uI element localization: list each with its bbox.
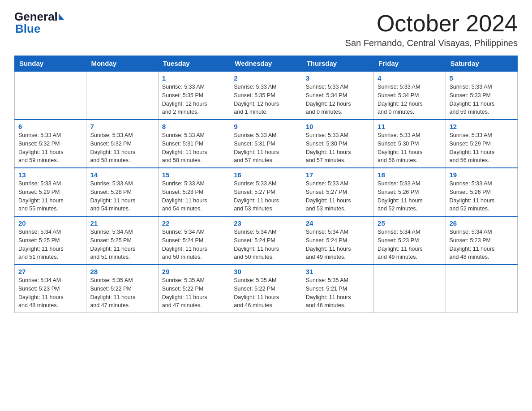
day-number: 20	[18, 219, 82, 227]
day-info: Sunrise: 5:33 AMSunset: 5:31 PMDaylight:…	[234, 131, 298, 165]
day-number: 2	[234, 74, 298, 82]
calendar-cell: 4Sunrise: 5:33 AMSunset: 5:34 PMDaylight…	[374, 71, 446, 120]
day-number: 31	[306, 268, 370, 275]
calendar-cell: 28Sunrise: 5:35 AMSunset: 5:22 PMDayligh…	[86, 265, 158, 313]
calendar-cell: 17Sunrise: 5:33 AMSunset: 5:27 PMDayligh…	[302, 168, 373, 216]
day-number: 9	[234, 123, 298, 130]
calendar-cell: 13Sunrise: 5:33 AMSunset: 5:29 PMDayligh…	[15, 168, 86, 216]
day-number: 26	[450, 219, 514, 227]
day-number: 30	[234, 268, 298, 275]
day-number: 27	[18, 268, 82, 275]
calendar-cell: 11Sunrise: 5:33 AMSunset: 5:30 PMDayligh…	[374, 120, 446, 168]
day-info: Sunrise: 5:33 AMSunset: 5:34 PMDaylight:…	[306, 83, 370, 116]
day-info: Sunrise: 5:33 AMSunset: 5:35 PMDaylight:…	[234, 83, 298, 116]
day-info: Sunrise: 5:34 AMSunset: 5:23 PMDaylight:…	[450, 228, 514, 261]
calendar-cell: 7Sunrise: 5:33 AMSunset: 5:32 PMDaylight…	[86, 120, 158, 168]
day-number: 18	[378, 171, 442, 179]
day-info: Sunrise: 5:35 AMSunset: 5:21 PMDaylight:…	[306, 276, 370, 310]
day-info: Sunrise: 5:33 AMSunset: 5:26 PMDaylight:…	[450, 180, 514, 213]
day-info: Sunrise: 5:34 AMSunset: 5:25 PMDaylight:…	[18, 228, 82, 261]
day-info: Sunrise: 5:33 AMSunset: 5:32 PMDaylight:…	[90, 131, 154, 165]
day-info: Sunrise: 5:33 AMSunset: 5:34 PMDaylight:…	[378, 83, 442, 116]
calendar-cell: 29Sunrise: 5:35 AMSunset: 5:22 PMDayligh…	[158, 265, 230, 313]
day-number: 1	[162, 74, 226, 82]
day-info: Sunrise: 5:33 AMSunset: 5:33 PMDaylight:…	[450, 83, 514, 116]
calendar-cell: 30Sunrise: 5:35 AMSunset: 5:22 PMDayligh…	[230, 265, 302, 313]
day-info: Sunrise: 5:33 AMSunset: 5:27 PMDaylight:…	[234, 180, 298, 213]
calendar-cell: 26Sunrise: 5:34 AMSunset: 5:23 PMDayligh…	[446, 216, 517, 265]
calendar-cell: 14Sunrise: 5:33 AMSunset: 5:28 PMDayligh…	[86, 168, 158, 216]
header-cell-monday: Monday	[86, 56, 158, 72]
logo-blue-text: Blue	[15, 22, 40, 35]
day-number: 4	[378, 74, 442, 82]
day-number: 15	[162, 171, 226, 179]
day-number: 11	[378, 123, 442, 130]
calendar-cell: 31Sunrise: 5:35 AMSunset: 5:21 PMDayligh…	[302, 265, 373, 313]
day-number: 16	[234, 171, 298, 179]
calendar-cell: 23Sunrise: 5:34 AMSunset: 5:24 PMDayligh…	[230, 216, 302, 265]
calendar-cell: 12Sunrise: 5:33 AMSunset: 5:29 PMDayligh…	[446, 120, 517, 168]
day-number: 22	[162, 219, 226, 227]
calendar-cell: 2Sunrise: 5:33 AMSunset: 5:35 PMDaylight…	[230, 71, 302, 120]
day-number: 8	[162, 123, 226, 130]
header-cell-wednesday: Wednesday	[230, 56, 302, 72]
calendar-cell: 18Sunrise: 5:33 AMSunset: 5:26 PMDayligh…	[374, 168, 446, 216]
logo-arrow-icon	[59, 13, 64, 20]
week-row-3: 13Sunrise: 5:33 AMSunset: 5:29 PMDayligh…	[15, 168, 518, 216]
day-info: Sunrise: 5:33 AMSunset: 5:27 PMDaylight:…	[306, 180, 370, 213]
day-number: 21	[90, 219, 154, 227]
day-number: 28	[90, 268, 154, 275]
header-cell-saturday: Saturday	[446, 56, 517, 72]
month-title: October 2024	[345, 11, 518, 36]
day-info: Sunrise: 5:34 AMSunset: 5:24 PMDaylight:…	[234, 228, 298, 261]
day-number: 6	[18, 123, 82, 130]
week-row-1: 1Sunrise: 5:33 AMSunset: 5:35 PMDaylight…	[15, 71, 518, 120]
day-number: 5	[450, 74, 514, 82]
day-number: 29	[162, 268, 226, 275]
header-cell-sunday: Sunday	[15, 56, 86, 72]
calendar-cell: 3Sunrise: 5:33 AMSunset: 5:34 PMDaylight…	[302, 71, 373, 120]
day-info: Sunrise: 5:33 AMSunset: 5:35 PMDaylight:…	[162, 83, 226, 116]
day-info: Sunrise: 5:34 AMSunset: 5:25 PMDaylight:…	[90, 228, 154, 261]
day-number: 3	[306, 74, 370, 82]
day-info: Sunrise: 5:35 AMSunset: 5:22 PMDaylight:…	[162, 276, 226, 310]
header-cell-friday: Friday	[374, 56, 446, 72]
day-number: 25	[378, 219, 442, 227]
calendar-cell: 27Sunrise: 5:34 AMSunset: 5:23 PMDayligh…	[15, 265, 86, 313]
day-number: 12	[450, 123, 514, 130]
calendar-cell: 1Sunrise: 5:33 AMSunset: 5:35 PMDaylight…	[158, 71, 230, 120]
calendar-cell: 10Sunrise: 5:33 AMSunset: 5:30 PMDayligh…	[302, 120, 373, 168]
day-info: Sunrise: 5:33 AMSunset: 5:28 PMDaylight:…	[90, 180, 154, 213]
day-info: Sunrise: 5:33 AMSunset: 5:30 PMDaylight:…	[378, 131, 442, 165]
calendar-cell	[446, 265, 517, 313]
calendar-cell: 15Sunrise: 5:33 AMSunset: 5:28 PMDayligh…	[158, 168, 230, 216]
calendar-table: SundayMondayTuesdayWednesdayThursdayFrid…	[14, 56, 518, 313]
week-row-4: 20Sunrise: 5:34 AMSunset: 5:25 PMDayligh…	[15, 216, 518, 265]
day-info: Sunrise: 5:33 AMSunset: 5:29 PMDaylight:…	[450, 131, 514, 165]
calendar-cell: 16Sunrise: 5:33 AMSunset: 5:27 PMDayligh…	[230, 168, 302, 216]
day-info: Sunrise: 5:33 AMSunset: 5:28 PMDaylight:…	[162, 180, 226, 213]
logo-general-text: General	[14, 11, 58, 22]
page-header: General Blue October 2024 San Fernando, …	[14, 11, 518, 48]
header-cell-tuesday: Tuesday	[158, 56, 230, 72]
calendar-cell: 9Sunrise: 5:33 AMSunset: 5:31 PMDaylight…	[230, 120, 302, 168]
day-info: Sunrise: 5:33 AMSunset: 5:30 PMDaylight:…	[306, 131, 370, 165]
day-info: Sunrise: 5:34 AMSunset: 5:23 PMDaylight:…	[378, 228, 442, 261]
calendar-cell	[15, 71, 86, 120]
day-info: Sunrise: 5:33 AMSunset: 5:31 PMDaylight:…	[162, 131, 226, 165]
day-info: Sunrise: 5:34 AMSunset: 5:23 PMDaylight:…	[18, 276, 82, 310]
calendar-cell	[86, 71, 158, 120]
calendar-cell: 19Sunrise: 5:33 AMSunset: 5:26 PMDayligh…	[446, 168, 517, 216]
calendar-cell: 6Sunrise: 5:33 AMSunset: 5:32 PMDaylight…	[15, 120, 86, 168]
calendar-cell	[374, 265, 446, 313]
calendar-cell: 21Sunrise: 5:34 AMSunset: 5:25 PMDayligh…	[86, 216, 158, 265]
calendar-cell: 5Sunrise: 5:33 AMSunset: 5:33 PMDaylight…	[446, 71, 517, 120]
day-number: 13	[18, 171, 82, 179]
logo: General Blue	[14, 11, 64, 35]
day-info: Sunrise: 5:33 AMSunset: 5:32 PMDaylight:…	[18, 131, 82, 165]
day-info: Sunrise: 5:34 AMSunset: 5:24 PMDaylight:…	[306, 228, 370, 261]
header-row: SundayMondayTuesdayWednesdayThursdayFrid…	[15, 56, 518, 72]
calendar-cell: 22Sunrise: 5:34 AMSunset: 5:24 PMDayligh…	[158, 216, 230, 265]
day-number: 23	[234, 219, 298, 227]
day-info: Sunrise: 5:35 AMSunset: 5:22 PMDaylight:…	[90, 276, 154, 310]
